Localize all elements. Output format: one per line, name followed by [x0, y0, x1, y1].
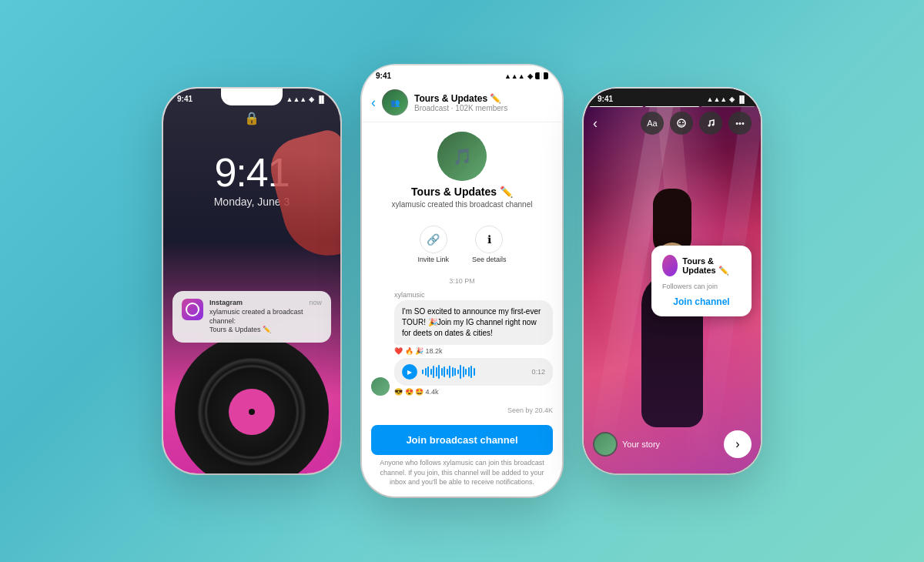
- channel-header-name: Tours & Updates ✏️: [414, 93, 553, 104]
- message-sender: xylamusic: [394, 291, 553, 299]
- story-tools: Aa: [641, 112, 752, 135]
- audio-duration: 0:12: [531, 368, 545, 376]
- card-avatar: [662, 255, 678, 276]
- wave-bar: [460, 365, 461, 379]
- svg-point-4: [712, 124, 715, 126]
- wave-bar: [427, 366, 429, 377]
- story-avatar: [593, 432, 618, 457]
- header-avatar-inner: 👥: [383, 91, 407, 114]
- vinyl-hole: [249, 409, 255, 415]
- wave-bar: [447, 369, 448, 375]
- story-bottom: Your story ›: [584, 423, 761, 473]
- wifi-icon-3: ◈: [729, 95, 735, 103]
- card-header: Tours & Updates ✏️: [662, 255, 741, 276]
- status-icons-1: ▲▲▲ ◈ ▐▌: [286, 95, 327, 103]
- phone-broadcast: 9:41 ▲▲▲ ◈ ▐▌ ‹ 👥 Tours & Updates ✏️ Bro: [362, 65, 562, 497]
- wave-bar: [463, 366, 464, 377]
- messages-group: xylamusic I'm SO excited to announce my …: [394, 291, 553, 396]
- channel-avatar: 🎵: [437, 132, 487, 181]
- lock-icon: 🔒: [163, 111, 340, 125]
- status-icons-3: ▲▲▲ ◈ ▐▌: [707, 95, 748, 103]
- channel-profile: 🎵 Tours & Updates ✏️ xylamusic created t…: [371, 132, 553, 209]
- status-time-2: 9:41: [376, 72, 391, 80]
- svg-point-1: [679, 122, 681, 123]
- battery-icon-1: ▐▌: [316, 95, 326, 103]
- chat-content: 🎵 Tours & Updates ✏️ xylamusic created t…: [362, 122, 562, 497]
- card-join-button[interactable]: Join channel: [662, 296, 741, 307]
- svg-point-2: [682, 122, 684, 123]
- more-tool-button[interactable]: •••: [728, 112, 752, 135]
- audio-message[interactable]: ▶: [394, 358, 553, 386]
- notif-icon-inner: [186, 303, 199, 316]
- channel-profile-name: Tours & Updates ✏️: [411, 186, 513, 198]
- chat-header: ‹ 👥 Tours & Updates ✏️ Broadcast · 102K …: [362, 83, 562, 122]
- notif-app-name: Instagram: [209, 299, 243, 306]
- message-time: 3:10 PM: [371, 277, 553, 285]
- music-tool-button[interactable]: [699, 112, 722, 135]
- wave-bar: [433, 366, 434, 378]
- see-details-btn[interactable]: ℹ See details: [472, 226, 507, 263]
- notch-2: [431, 65, 493, 82]
- phones-container: 9:41 ▲▲▲ ◈ ▐▌ 🔒 9:41 Monday, June 3: [132, 35, 792, 527]
- wave-bar: [457, 370, 459, 374]
- see-details-icon: ℹ: [475, 226, 503, 253]
- notif-app-icon: [182, 299, 203, 320]
- wave-bar: [430, 369, 432, 375]
- join-channel-card: Tours & Updates ✏️ Followers can join Jo…: [651, 246, 752, 316]
- sticker-icon: [677, 119, 686, 128]
- battery-icon-3: ▐▌: [737, 95, 747, 103]
- channel-avatar-emoji: 🎵: [453, 147, 472, 166]
- signal-icon-3: ▲▲▲: [707, 95, 728, 103]
- wave-bar: [422, 370, 424, 374]
- wave-bar: [468, 367, 470, 376]
- notif-body-line2: Tours & Updates ✏️: [209, 326, 271, 333]
- status-time-3: 9:41: [598, 95, 613, 103]
- signal-icon-2: ▲▲▲: [504, 72, 525, 80]
- story-back-button[interactable]: ‹: [593, 115, 598, 132]
- wave-bar: [470, 366, 472, 378]
- status-time-1: 9:41: [177, 95, 192, 103]
- wifi-icon-2: ◈: [527, 72, 533, 80]
- invite-link-btn[interactable]: 🔗 Invite Link: [417, 226, 449, 263]
- wave-bar: [465, 369, 467, 375]
- vinyl-record: [175, 335, 329, 473]
- play-button[interactable]: ▶: [402, 364, 417, 380]
- channel-header-sub: Broadcast · 102K members: [414, 104, 553, 112]
- seen-label: Seen by 20.4K: [371, 406, 553, 414]
- header-avatar: 👥: [382, 89, 408, 115]
- instagram-notification[interactable]: Instagram now xylamusic created a broadc…: [172, 291, 331, 343]
- status-bar-3: 9:41 ▲▲▲ ◈ ▐▌: [584, 89, 761, 106]
- channel-avatar-img: 🎵: [437, 132, 487, 181]
- card-channel-name: Tours & Updates ✏️: [682, 256, 741, 276]
- vinyl-center: [229, 389, 275, 435]
- join-caption: Anyone who follows xylamusic can join th…: [371, 458, 553, 487]
- wave-bar: [474, 368, 475, 376]
- wave-bar: [454, 368, 456, 376]
- header-info: Tours & Updates ✏️ Broadcast · 102K memb…: [414, 93, 553, 112]
- text-tool-button[interactable]: Aa: [641, 112, 664, 135]
- back-button[interactable]: ‹: [371, 95, 376, 111]
- battery-icon-2: ▐▌: [535, 72, 548, 79]
- join-broadcast-button[interactable]: Join broadcast channel: [371, 425, 553, 455]
- notif-body: xylamusic created a broadcast channel: T…: [209, 308, 322, 335]
- signal-icon-1: ▲▲▲: [286, 95, 307, 103]
- message-row-1: xylamusic I'm SO excited to announce my …: [371, 291, 553, 396]
- your-story-label: Your story: [622, 440, 660, 449]
- channel-actions: 🔗 Invite Link ℹ See details: [371, 226, 553, 263]
- sticker-tool-button[interactable]: [670, 112, 693, 135]
- music-icon: [706, 119, 715, 128]
- wave-bar: [441, 368, 443, 376]
- broadcast-screen: 9:41 ▲▲▲ ◈ ▐▌ ‹ 👥 Tours & Updates ✏️ Bro: [362, 65, 562, 497]
- invite-link-label: Invite Link: [417, 256, 449, 263]
- story-next-button[interactable]: ›: [724, 430, 752, 458]
- notif-time: now: [309, 299, 322, 306]
- message-reactions-1: ❤️ 🔥 🎉 18.2k: [394, 347, 553, 355]
- lockscreen-screen: 9:41 ▲▲▲ ◈ ▐▌ 🔒 9:41 Monday, June 3: [163, 89, 340, 473]
- notch-1: [221, 89, 283, 105]
- see-details-label: See details: [472, 256, 507, 263]
- message-bubble-1: I'm SO excited to announce my first-ever…: [394, 300, 553, 345]
- notif-header: Instagram now: [209, 299, 322, 306]
- svg-point-3: [708, 125, 711, 127]
- card-followers: Followers can join: [662, 283, 741, 290]
- wave-bar: [452, 367, 454, 376]
